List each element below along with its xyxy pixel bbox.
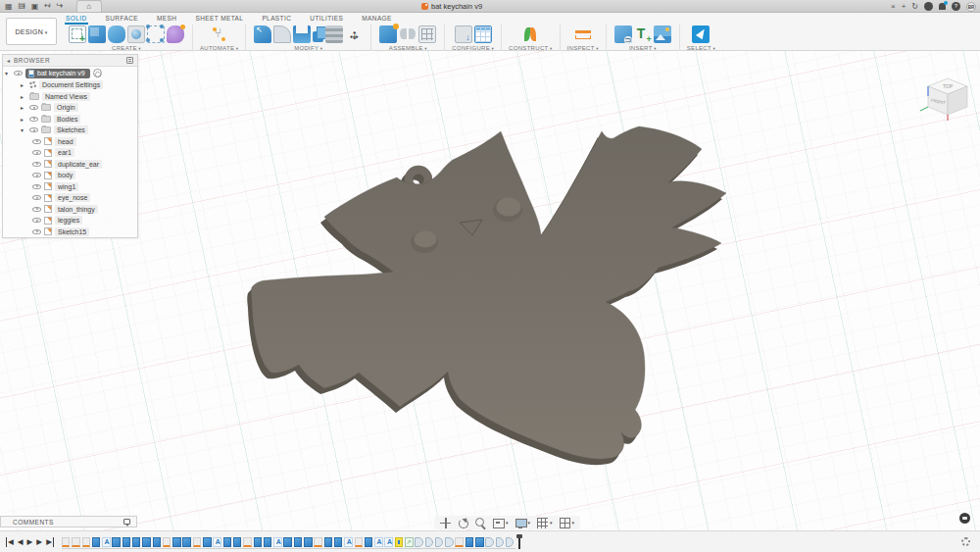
extensions-icon[interactable]: [924, 2, 933, 11]
timeline-feature-extrude-17[interactable]: [223, 537, 232, 547]
pan-tool-icon[interactable]: [440, 518, 451, 528]
fit-tool-icon[interactable]: [493, 518, 504, 528]
workspace-selector[interactable]: DESIGN: [6, 18, 57, 45]
group-label-modify[interactable]: MODIFY: [294, 45, 322, 51]
sketch-item-wing1[interactable]: wing1: [3, 181, 137, 193]
timeline-feature-extrude-28[interactable]: [334, 537, 343, 547]
configure-features-icon[interactable]: [474, 25, 492, 43]
undo-icon[interactable]: ↩▾: [44, 0, 50, 12]
sketch-item-body[interactable]: body: [3, 170, 137, 181]
home-tab[interactable]: ⌂: [76, 0, 102, 12]
timeline-feature-extrude-18[interactable]: [233, 537, 242, 547]
visibility-eye-icon[interactable]: [32, 162, 41, 167]
timeline-feature-sketch-40[interactable]: [455, 537, 464, 547]
browser-header[interactable]: ◂ BROWSER: [3, 55, 137, 67]
visibility-eye-icon[interactable]: [32, 229, 41, 234]
construct-plane-icon[interactable]: [521, 25, 539, 43]
expand-icon[interactable]: ▸: [21, 81, 26, 88]
fillet-icon[interactable]: [273, 25, 291, 43]
tab-manage[interactable]: MANAGE: [361, 14, 393, 25]
visibility-eye-icon[interactable]: [29, 127, 38, 132]
tab-surface[interactable]: SURFACE: [105, 14, 140, 25]
timeline-feature-fillet-38[interactable]: [435, 537, 444, 547]
expand-icon[interactable]: ▸: [21, 104, 26, 111]
browser-filter-icon[interactable]: [126, 57, 133, 64]
display-tool-icon[interactable]: [515, 518, 526, 528]
group-label-configure[interactable]: CONFIGURE: [452, 45, 494, 51]
expand-icon[interactable]: ▾: [5, 70, 11, 76]
views-tool-icon[interactable]: [560, 518, 570, 528]
browser-node-named-views[interactable]: ▸Named Views: [3, 91, 137, 103]
comments-bar[interactable]: COMMENTS: [0, 516, 137, 527]
group-label-select[interactable]: SELECT: [687, 45, 715, 51]
timeline-feature-extrude-15[interactable]: [203, 537, 212, 547]
dropdown-caret-icon[interactable]: ▾: [550, 520, 553, 526]
sketch-item-leggies[interactable]: leggies: [3, 215, 137, 226]
bat-left-eye[interactable]: [411, 231, 438, 253]
group-label-insert[interactable]: INSERT: [629, 45, 657, 51]
timeline-feature-fillet-36[interactable]: [415, 537, 423, 547]
timeline-feature-extrude-9[interactable]: [142, 537, 151, 547]
orbit-tool-icon[interactable]: [458, 518, 468, 528]
close-tab-icon[interactable]: ×: [891, 1, 896, 12]
move-copy-icon[interactable]: [345, 25, 363, 43]
timeline-feature-fillet-37[interactable]: [425, 537, 434, 547]
timeline-feature-fillet-39[interactable]: [445, 537, 454, 547]
save-icon[interactable]: ▣: [31, 1, 39, 12]
data-panel-icon[interactable]: ▦: [5, 1, 13, 12]
sketch-item-duplicate_ear[interactable]: duplicate_ear: [3, 159, 137, 171]
browser-node-document-settings[interactable]: ▸Document Settings: [3, 79, 137, 91]
browser-root-row[interactable]: ▾ bat keychain v9: [3, 67, 137, 79]
notifications-icon[interactable]: [939, 3, 946, 10]
file-menu-icon[interactable]: ▤▾: [19, 0, 25, 12]
timeline-feature-extrude-21[interactable]: [264, 537, 272, 547]
timeline-feature-fillet-43[interactable]: [485, 537, 494, 547]
visibility-eye-icon[interactable]: [32, 184, 41, 189]
skip-to-end-button[interactable]: ▶: [46, 537, 54, 547]
group-label-inspect[interactable]: INSPECT: [567, 45, 599, 51]
tab-sheet-metal[interactable]: SHEET METAL: [194, 14, 244, 25]
timeline-feature-sketch-2[interactable]: [72, 537, 80, 547]
visibility-eye-icon[interactable]: [29, 105, 38, 110]
create-form-icon[interactable]: [167, 25, 184, 43]
extrude-icon[interactable]: [88, 25, 106, 43]
grid-tool-icon[interactable]: [537, 518, 548, 528]
timeline-feature-extrude-7[interactable]: [122, 537, 131, 547]
browser-node-sketches[interactable]: ▾Sketches: [3, 125, 137, 136]
shell-icon[interactable]: [293, 25, 311, 43]
timeline-position-marker[interactable]: [516, 534, 523, 549]
redo-icon[interactable]: ↪▾: [56, 0, 62, 12]
visibility-eye-icon[interactable]: [32, 195, 41, 200]
skip-to-start-button[interactable]: ◀: [6, 537, 14, 547]
expand-icon[interactable]: ▾: [21, 126, 26, 133]
collapse-browser-icon[interactable]: ◂: [7, 57, 10, 64]
timeline-feature-extrude-12[interactable]: [172, 537, 181, 547]
joint-icon[interactable]: [399, 25, 416, 43]
configuration-table-icon[interactable]: [455, 25, 472, 43]
new-component-icon[interactable]: [379, 25, 397, 43]
timeline-feature-sketch-30[interactable]: [355, 537, 364, 547]
browser-node-origin[interactable]: ▸Origin: [3, 102, 137, 114]
tab-utilities[interactable]: UTILITIES: [309, 14, 344, 25]
timeline-feature-extrude-8[interactable]: [132, 537, 141, 547]
rigid-group-icon[interactable]: [418, 25, 436, 43]
dropdown-caret-icon[interactable]: ▾: [506, 520, 509, 526]
timeline-feature-move-35[interactable]: [405, 537, 414, 547]
timeline-feature-extrude-13[interactable]: [182, 537, 191, 547]
sketch-item-ear1[interactable]: ear1: [3, 147, 137, 159]
sketch-item-talon_thingy[interactable]: talon_thingy: [3, 204, 137, 216]
visibility-eye-icon[interactable]: [32, 173, 41, 177]
avatar[interactable]: BR: [966, 2, 976, 12]
tab-mesh[interactable]: MESH: [156, 14, 177, 25]
visibility-eye-icon[interactable]: [32, 207, 41, 212]
document-tab[interactable]: bat keychain v9: [421, 0, 482, 13]
timeline-feature-fillet-45[interactable]: [506, 537, 514, 547]
insert-canvas-icon[interactable]: [654, 25, 671, 43]
model-viewport[interactable]: TOP FRONT: [0, 13, 980, 552]
create-sketch-icon[interactable]: [69, 25, 86, 43]
group-label-construct[interactable]: CONSTRUCT: [509, 45, 552, 51]
timeline-feature-sketch-14[interactable]: [193, 537, 202, 547]
timeline-feature-sketch-3[interactable]: [82, 537, 91, 547]
timeline-feature-text-29[interactable]: [344, 537, 353, 547]
document-settings-gear-icon[interactable]: [93, 69, 102, 77]
